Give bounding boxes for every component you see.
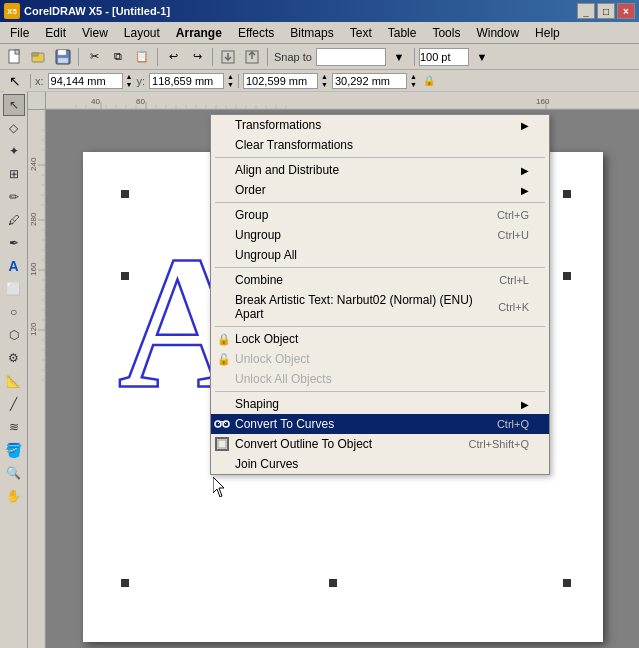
select-tool[interactable]: ↖ [3,94,25,116]
zoom-combo-arrow[interactable]: ▼ [471,46,493,68]
menu-item-unlock-object[interactable]: 🔓 Unlock Object [211,349,549,369]
close-button[interactable]: × [617,3,635,19]
menu-sep-3 [215,267,545,268]
handle-tl[interactable] [121,190,129,198]
pen-tool[interactable]: ✏ [3,186,25,208]
spiral-tool[interactable]: ⚙ [3,347,25,369]
menu-file[interactable]: File [2,23,37,43]
minimize-button[interactable]: _ [577,3,595,19]
connector-tool[interactable]: ╱ [3,393,25,415]
handle-mr[interactable] [563,272,571,280]
blend-tool[interactable]: ≋ [3,416,25,438]
menu-item-transformations[interactable]: Transformations ▶ [211,115,549,135]
ruler-vertical: 240 280 160 120 [28,110,46,648]
fill-tool[interactable]: 🪣 [3,439,25,461]
save-button[interactable] [52,46,74,68]
y-spinners[interactable]: ▲ ▼ [227,73,234,89]
pan-tool[interactable]: ✋ [3,485,25,507]
bezier-tool[interactable]: 🖊 [3,209,25,231]
maximize-button[interactable]: □ [597,3,615,19]
menu-help[interactable]: Help [527,23,568,43]
handle-bm[interactable] [329,579,337,587]
export-button[interactable] [241,46,263,68]
zoom-tool[interactable]: 🔍 [3,462,25,484]
dimension-tool[interactable]: 📐 [3,370,25,392]
x-input[interactable]: 94,144 mm [48,73,123,89]
open-button[interactable] [28,46,50,68]
shape-tool[interactable]: ◇ [3,117,25,139]
menu-tools[interactable]: Tools [424,23,468,43]
coord-sep [30,74,31,88]
menu-bitmaps[interactable]: Bitmaps [282,23,341,43]
polygon-tool[interactable]: ⬡ [3,324,25,346]
menu-item-order[interactable]: Order ▶ [211,180,549,200]
menu-layout[interactable]: Layout [116,23,168,43]
menu-item-break-apart[interactable]: Break Artistic Text: Narbut02 (Normal) (… [211,290,549,324]
menu-table[interactable]: Table [380,23,425,43]
menu-item-unlock-all[interactable]: Unlock All Objects [211,369,549,389]
undo-button[interactable]: ↩ [162,46,184,68]
svg-text:240: 240 [29,157,38,171]
handle-ml[interactable] [121,272,129,280]
menu-item-convert-to-curves[interactable]: Convert To Curves Ctrl+Q [211,414,549,434]
width-input[interactable] [243,73,318,89]
svg-text:160: 160 [536,97,550,106]
unlock-icon: 🔓 [215,350,233,368]
svg-rect-74 [218,440,226,448]
menu-item-lock-object[interactable]: 🔒 Lock Object [211,329,549,349]
cut-button[interactable]: ✂ [83,46,105,68]
new-button[interactable] [4,46,26,68]
menu-item-ungroup-all[interactable]: Ungroup All [211,245,549,265]
import-button[interactable] [217,46,239,68]
menu-arrange[interactable]: Arrange [168,23,230,43]
menu-item-ungroup[interactable]: Ungroup Ctrl+U [211,225,549,245]
w-spinners[interactable]: ▲ ▼ [321,73,328,89]
handle-tr[interactable] [563,190,571,198]
menu-sep-2 [215,202,545,203]
redo-button[interactable]: ↪ [186,46,208,68]
menu-bar: File Edit View Layout Arrange Effects Bi… [0,22,639,44]
text-tool[interactable]: A [3,255,25,277]
menu-sep-1 [215,157,545,158]
ellipse-tool[interactable]: ○ [3,301,25,323]
menu-item-align-distribute[interactable]: Align and Distribute ▶ [211,160,549,180]
paste-button[interactable]: 📋 [131,46,153,68]
handle-bl[interactable] [121,579,129,587]
menu-item-clear-transformations[interactable]: Clear Transformations [211,135,549,155]
snap-input[interactable] [316,48,386,66]
height-input[interactable] [332,73,407,89]
menu-item-combine[interactable]: Combine Ctrl+L [211,270,549,290]
svg-text:160: 160 [29,262,38,276]
toolbar-sep-2 [157,48,158,66]
art-media[interactable]: ✒ [3,232,25,254]
toolbar-sep-4 [267,48,268,66]
main-area: ↖ ◇ ✦ ⊞ ✏ 🖊 ✒ A ⬜ ○ ⬡ ⚙ 📐 ╱ ≋ 🪣 🔍 ✋ 40 6… [0,92,639,648]
canvas-area: 40 60 160 [28,92,639,648]
lock-ratio[interactable]: 🔒 [421,75,437,86]
smart-fill[interactable]: ⊞ [3,163,25,185]
zoom-input[interactable] [419,48,469,66]
x-spinners[interactable]: ▲ ▼ [126,73,133,89]
menu-effects[interactable]: Effects [230,23,282,43]
arrange-dropdown: Transformations ▶ Clear Transformations … [210,114,550,475]
menu-text[interactable]: Text [342,23,380,43]
y-input[interactable] [149,73,224,89]
freehand-tool[interactable]: ✦ [3,140,25,162]
snap-options-button[interactable]: ▼ [388,46,410,68]
menu-edit[interactable]: Edit [37,23,74,43]
handle-br[interactable] [563,579,571,587]
h-spinners[interactable]: ▲ ▼ [410,73,417,89]
rect-tool[interactable]: ⬜ [3,278,25,300]
menu-window[interactable]: Window [468,23,527,43]
title-bar-text: CorelDRAW X5 - [Untitled-1] [24,5,577,17]
copy-button[interactable]: ⧉ [107,46,129,68]
menu-item-group[interactable]: Group Ctrl+G [211,205,549,225]
lock-icon: 🔒 [215,330,233,348]
snap-label: Snap to [272,51,314,63]
menu-item-convert-outline[interactable]: Convert Outline To Object Ctrl+Shift+Q [211,434,549,454]
menu-item-shaping[interactable]: Shaping ▶ [211,394,549,414]
svg-rect-1 [15,50,19,54]
menu-view[interactable]: View [74,23,116,43]
menu-item-join-curves[interactable]: Join Curves [211,454,549,474]
svg-rect-6 [58,58,68,63]
